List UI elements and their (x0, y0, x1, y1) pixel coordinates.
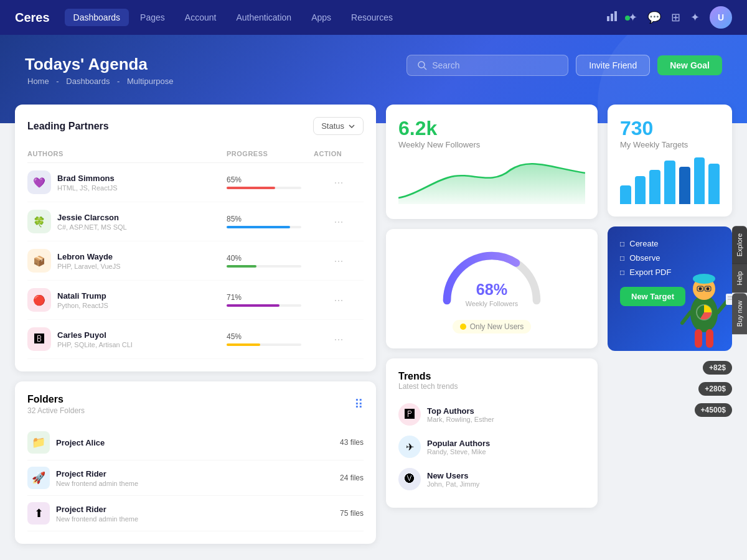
author-skills: PHP, SQLite, Artisan CLI (57, 341, 133, 348)
settings-icon[interactable]: ✦ (690, 11, 700, 24)
progress-pct: 71% (227, 293, 314, 302)
progress-bar-fill (227, 343, 260, 346)
partner-row: 💜 Brad Simmons HTML, JS, ReactJS 65% ··· (27, 163, 364, 202)
trends-subtitle: Latest tech trends (398, 382, 585, 391)
bar-chart-bar (664, 161, 675, 204)
trend-icon-1: ✈ (398, 436, 421, 458)
action-dots-button[interactable]: ··· (314, 254, 364, 268)
bar-chart-icon[interactable] (606, 10, 618, 26)
svg-rect-11 (706, 329, 713, 348)
folders-header: Folders 32 Active Folders ⠿ (27, 394, 364, 415)
trend-name: New Users (427, 471, 479, 480)
author-avatar-0: 💜 (27, 170, 51, 194)
progress-bar-bg (227, 343, 301, 346)
nav-item-account[interactable]: Account (176, 9, 225, 26)
trend-subs: Mark, Rowling, Esther (427, 416, 494, 423)
sparkle-icon[interactable]: ✦ (628, 11, 637, 24)
targets-count: 730 (620, 117, 720, 140)
action-dots-button[interactable]: ··· (314, 333, 364, 346)
progress-cell: 40% (227, 254, 314, 268)
author-skills: HTML, JS, ReactJS (57, 184, 118, 192)
grid-icon[interactable]: ⊞ (671, 11, 680, 24)
folders-list: 📁 Project Alice 43 files 🚀 Project Rider… (27, 425, 364, 531)
partner-row: 🍀 Jessie Clarcson C#, ASP.NET, MS SQL 85… (27, 202, 364, 241)
trends-card: Trends Latest tech trends 🅿 Top Authors … (386, 358, 598, 508)
partners-header: Leading Partners Status (27, 117, 364, 135)
new-goal-button[interactable]: New Goal (657, 55, 722, 75)
progress-cell: 71% (227, 293, 314, 307)
trend-info-1: Popular Authors Randy, Steve, Mike (427, 439, 490, 455)
progress-pct: 45% (227, 332, 314, 341)
bar-chart (620, 154, 720, 204)
bar-chart-bar (635, 176, 646, 204)
followers-count: 6.2k (398, 117, 585, 140)
author-info: 🅱 Carles Puyol PHP, SQLite, Artisan CLI (27, 327, 227, 351)
yellow-dot-icon (460, 324, 466, 330)
svg-rect-0 (607, 16, 609, 21)
side-tab-buy-now[interactable]: Buy now (732, 293, 747, 334)
folders-card: Folders 32 Active Folders ⠿ 📁 Project Al… (15, 381, 376, 544)
progress-bar-bg (227, 265, 301, 268)
folder-icon: ⬆ (27, 502, 50, 525)
followers-label: Weekly New Followers (398, 140, 585, 149)
author-info: 💜 Brad Simmons HTML, JS, ReactJS (27, 170, 227, 194)
nav-item-apps[interactable]: Apps (303, 9, 340, 26)
breadcrumb: Home - Dashboards - Multipurpose (25, 77, 176, 86)
folders-subtitle: 32 Active Folders (27, 406, 85, 415)
partner-row: 📦 Lebron Wayde PHP, Laravel, VueJS 40% ·… (27, 241, 364, 281)
gauge-card: 68% Weekly Followers Only New Users (386, 229, 598, 348)
nav-item-resources[interactable]: Resources (342, 9, 402, 26)
user-avatar[interactable]: U (710, 6, 732, 29)
side-tab-help[interactable]: Help (732, 264, 747, 293)
only-new-users-badge: Only New Users (453, 320, 532, 334)
progress-bar-fill (227, 226, 290, 228)
side-tab-explore[interactable]: Explore (732, 226, 747, 264)
author-name: Carles Puyol (57, 330, 133, 340)
svg-line-17 (718, 301, 727, 312)
breadcrumb-home[interactable]: Home (27, 77, 49, 86)
folders-title: Folders (27, 394, 85, 405)
author-avatar-4: 🅱 (27, 327, 51, 351)
search-box[interactable] (406, 55, 568, 76)
invite-friend-button[interactable]: Invite Friend (576, 55, 650, 76)
svg-line-4 (424, 67, 426, 70)
weekly-targets-card: 730 My Weekly Targets (608, 105, 732, 217)
breadcrumb-dashboards[interactable]: Dashboards (66, 77, 110, 86)
progress-cell: 85% (227, 215, 314, 228)
author-skills: PHP, Laravel, VueJS (57, 263, 121, 270)
action-dots-button[interactable]: ··· (314, 176, 364, 189)
nav-item-pages[interactable]: Pages (131, 9, 174, 26)
nav-item-authentication[interactable]: Authentication (227, 9, 300, 26)
right-panel: 730 My Weekly Targets Cereate Observe Ex… (608, 105, 732, 544)
trend-icon-2: 🅥 (398, 468, 421, 490)
action-card: Cereate Observe Export PDF New Target (608, 226, 732, 351)
action-dots-button[interactable]: ··· (314, 294, 364, 307)
folder-info-wrap: 📁 Project Alice (27, 431, 105, 454)
center-panel: 6.2k Weekly New Followers (386, 105, 598, 544)
action-dots-button[interactable]: ··· (314, 215, 364, 228)
author-avatar-1: 🍀 (27, 210, 51, 233)
partners-title: Leading Partners (27, 121, 109, 132)
author-info: 📦 Lebron Wayde PHP, Laravel, VueJS (27, 249, 227, 273)
author-avatar-2: 📦 (27, 249, 51, 273)
folder-count: 43 files (340, 438, 364, 447)
progress-bar-fill (227, 304, 280, 307)
nav-item-dashboards[interactable]: Dashboards (65, 9, 129, 26)
progress-pct: 40% (227, 254, 314, 263)
message-icon[interactable]: 💬 (647, 11, 661, 24)
search-input[interactable] (432, 60, 557, 70)
breadcrumb-multipurpose[interactable]: Multipurpose (127, 77, 173, 86)
status-dropdown[interactable]: Status (313, 117, 364, 135)
author-info: 🔴 Natali Trump Python, ReactJS (27, 288, 227, 312)
svg-text:Weekly Followers: Weekly Followers (466, 300, 518, 307)
progress-bar-bg (227, 304, 301, 307)
author-name: Lebron Wayde (57, 252, 121, 261)
folder-icon: 📁 (27, 431, 50, 454)
folders-dots-icon[interactable]: ⠿ (354, 397, 364, 412)
progress-bar-fill (227, 265, 256, 268)
folder-info: Project Rider New frontend admin theme (56, 469, 138, 487)
svg-line-18 (682, 312, 690, 323)
svg-text:68%: 68% (476, 281, 507, 298)
trend-item: 🅥 New Users John, Pat, Jimmy (398, 463, 585, 495)
progress-cell: 65% (227, 175, 314, 189)
